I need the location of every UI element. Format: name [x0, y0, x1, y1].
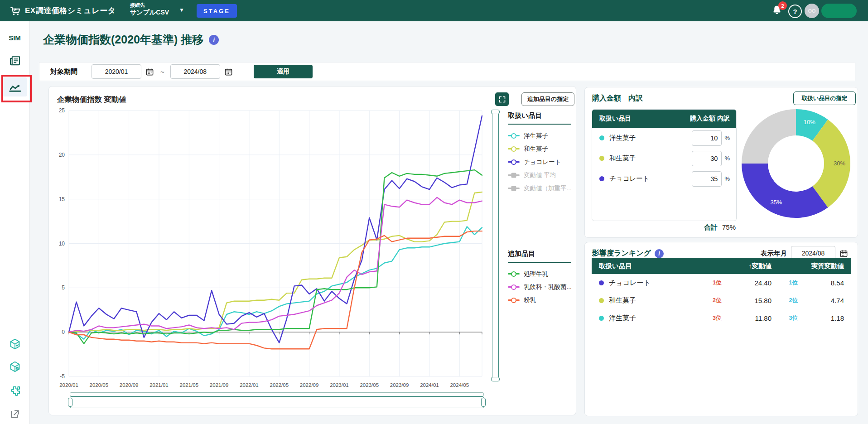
news-icon	[8, 54, 22, 67]
change-value: 15.80	[733, 297, 772, 304]
change-rank-badge: 3位	[713, 314, 733, 322]
sidebar-item-news[interactable]	[0, 54, 29, 67]
svg-text:5: 5	[62, 284, 65, 291]
index-chart-panel: -505101520252020/012020/052020/092021/01…	[48, 86, 576, 415]
legend-item[interactable]: 処理牛乳	[508, 267, 576, 280]
svg-text:0: 0	[62, 329, 65, 335]
legend-line-square-icon	[508, 172, 520, 178]
main-content: 企業物価指数(2020年基準) 推移 i 対象期間 ~ 適用 -50510152…	[29, 21, 868, 424]
expand-icon	[498, 96, 506, 103]
share-percent-input[interactable]	[692, 171, 722, 187]
svg-text:2022/09: 2022/09	[300, 382, 319, 388]
purchase-table-header: 取扱い品目 購入金額 内訳	[592, 110, 736, 128]
vertical-slider-handle[interactable]	[491, 110, 500, 114]
purchase-panel-title: 購入金額 内訳	[592, 94, 643, 103]
real-change-value: 4.74	[798, 297, 844, 304]
user-name-pill[interactable]	[821, 4, 857, 18]
sidebar-item-cube-chart[interactable]	[0, 337, 29, 351]
app-title: EX調達価格シミュレータ	[25, 5, 116, 16]
app-screen: EX調達価格シミュレータ 接続先 サンプルCSV ▼ STAGE 2 ? OO …	[0, 0, 868, 424]
real-rank-badge: 2位	[772, 297, 798, 304]
calendar-icon[interactable]	[145, 67, 154, 76]
legend-item[interactable]: 変動値 平均	[508, 169, 576, 182]
sort-change-column[interactable]: ↑変動値	[713, 262, 772, 270]
puzzle-icon	[8, 385, 22, 398]
svg-text:2023/09: 2023/09	[390, 382, 409, 388]
connection-selector[interactable]: 接続先 サンプルCSV	[130, 2, 169, 16]
vertical-slider-handle[interactable]	[491, 377, 500, 381]
svg-text:35%: 35%	[770, 199, 782, 206]
period-filter-bar: 対象期間 ~ 適用	[39, 62, 855, 81]
legend-item[interactable]: 乳飲料・乳酸菌...	[508, 280, 576, 294]
series-color-dot	[599, 135, 604, 140]
horizontal-slider-handle[interactable]	[68, 398, 72, 407]
period-separator: ~	[160, 68, 164, 76]
table-row: 洋生菓子 %	[592, 128, 736, 148]
cube-gear-icon	[8, 360, 22, 374]
title-info-icon[interactable]: i	[209, 35, 219, 45]
legend-line-circle-icon	[508, 284, 520, 290]
calendar-icon[interactable]	[224, 67, 233, 76]
legend-item[interactable]: チョコレート	[508, 155, 576, 169]
calendar-icon[interactable]	[839, 249, 849, 258]
svg-text:10: 10	[59, 241, 65, 247]
period-label: 対象期間	[50, 67, 77, 76]
legend-line-circle-icon	[508, 297, 520, 304]
cart-icon	[9, 5, 22, 17]
legend-item[interactable]: 和生菓子	[508, 142, 576, 155]
ranking-info-icon[interactable]: i	[655, 249, 664, 258]
vertical-zoom-slider[interactable]	[492, 111, 499, 380]
svg-text:2021/05: 2021/05	[180, 382, 199, 388]
fullscreen-button[interactable]	[495, 92, 509, 106]
table-row: チョコレート %	[592, 169, 736, 189]
table-row: 洋生菓子 3位 11.80 3位 1.18	[592, 309, 851, 327]
sidebar-item-cube-settings[interactable]	[0, 360, 29, 374]
purchase-breakdown-panel: 購入金額 内訳 取扱い品目の指定 取扱い品目 購入金額 内訳 洋生菓子 % 和生…	[584, 87, 858, 238]
legend-line-circle-icon	[508, 271, 520, 277]
page-title: 企業物価指数(2020年基準) 推移	[43, 32, 203, 47]
connection-value: サンプルCSV	[130, 9, 169, 17]
purchase-table: 取扱い品目 購入金額 内訳 洋生菓子 % 和生菓子 % チョコ	[592, 109, 737, 221]
legend-item[interactable]: 洋生菓子	[508, 129, 576, 142]
impact-ranking-panel: 影響度ランキング i 表示年月 取扱い品目 ↑変動値 実質変動値 チョコレート …	[584, 242, 858, 416]
legend-item[interactable]: 変動値（加重平...	[508, 182, 576, 195]
svg-text:2023/05: 2023/05	[360, 382, 379, 388]
svg-text:2024/05: 2024/05	[450, 382, 469, 388]
stage-badge: STAGE	[197, 4, 237, 18]
sidebar: SIM	[0, 21, 30, 424]
dropdown-caret-icon[interactable]: ▼	[179, 7, 184, 13]
help-icon[interactable]: ?	[788, 5, 802, 18]
change-rank-badge: 1位	[713, 279, 733, 287]
horizontal-zoom-preview[interactable]	[70, 392, 484, 396]
svg-text:2020/05: 2020/05	[90, 382, 109, 388]
avatar[interactable]: OO	[805, 4, 819, 18]
legend-line-circle-icon	[508, 159, 520, 165]
period-start-input[interactable]	[92, 64, 141, 79]
real-change-value: 8.54	[798, 279, 844, 287]
svg-text:15: 15	[59, 196, 65, 202]
change-value: 11.80	[733, 314, 772, 322]
sidebar-sim-label: SIM	[0, 34, 29, 42]
share-percent-input[interactable]	[692, 151, 722, 166]
series-color-dot	[599, 316, 604, 321]
topbar: EX調達価格シミュレータ 接続先 サンプルCSV ▼ STAGE 2 ? OO	[0, 0, 868, 21]
total-row: 合計75%	[592, 223, 736, 232]
apply-button[interactable]: 適用	[254, 65, 313, 78]
sidebar-item-external[interactable]	[0, 408, 29, 420]
svg-text:2024/01: 2024/01	[420, 382, 439, 388]
period-end-input[interactable]	[170, 64, 220, 79]
ranking-table-header: 取扱い品目 ↑変動値 実質変動値	[592, 258, 851, 274]
sidebar-item-plugins[interactable]	[0, 385, 29, 398]
table-row: 和生菓子 2位 15.80 2位 4.74	[592, 292, 851, 309]
add-items-button[interactable]: 追加品目の指定	[521, 92, 574, 106]
svg-text:10%: 10%	[804, 119, 815, 125]
svg-text:25: 25	[59, 107, 65, 114]
horizontal-zoom-slider[interactable]	[70, 396, 484, 408]
display-month-label: 表示年月	[761, 249, 787, 258]
legend-item[interactable]: 粉乳	[508, 294, 576, 307]
horizontal-slider-handle[interactable]	[481, 398, 486, 407]
real-rank-badge: 1位	[772, 279, 798, 287]
real-change-value: 1.18	[798, 314, 844, 322]
share-percent-input[interactable]	[692, 130, 722, 146]
svg-text:2020/01: 2020/01	[59, 382, 78, 388]
